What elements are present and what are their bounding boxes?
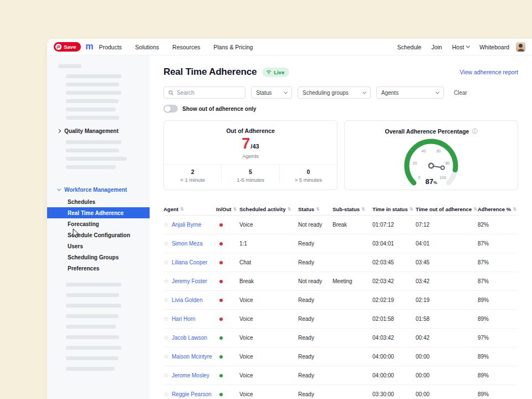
sidebar-item-forecasting[interactable]: Forecasting [47, 218, 150, 229]
column-header-time-out-of-adherence[interactable]: Time out of adherence⇅ [416, 206, 478, 212]
in-out-dot [219, 336, 223, 340]
chevron-right-icon [57, 129, 61, 133]
table-row: ☆Livia GoldenVoiceReady02:02:1902:1989% [163, 291, 518, 310]
sidebar-item-quality-management[interactable]: Quality Management [47, 128, 150, 134]
star-icon[interactable]: ☆ [163, 240, 169, 247]
agent-cell: ☆Anjali Byrne [163, 221, 216, 228]
sidebar-item-schedule-configuration[interactable]: Schedule Configuration [47, 229, 150, 241]
column-header-label: In/Out [216, 206, 231, 212]
scheduled-activity-cell: 1:1 [239, 241, 298, 247]
breakdown-value: 2 [164, 168, 221, 175]
show-out-of-adherence-toggle[interactable] [163, 105, 178, 112]
star-icon[interactable]: ☆ [163, 315, 169, 323]
star-icon[interactable]: ☆ [163, 391, 169, 398]
sort-icon: ⇅ [473, 207, 477, 212]
agent-link[interactable]: Anjali Byrne [172, 222, 201, 228]
sidebar-item-schedules[interactable]: Schedules [47, 196, 150, 207]
nav-item-schedule[interactable]: Schedule [397, 44, 422, 50]
skeleton-bar [66, 99, 119, 103]
gauge-needle [428, 163, 444, 170]
status-dropdown[interactable]: Status [251, 86, 292, 99]
agent-link[interactable]: Liliana Cooper [172, 259, 208, 265]
agent-link[interactable]: Jerome Mosley [172, 372, 209, 378]
table-body: ☆Anjali ByrneVoiceNot readyBreak01:07:12… [163, 216, 518, 399]
star-icon[interactable]: ☆ [163, 278, 169, 285]
column-header-status[interactable]: Status⇅ [298, 206, 332, 212]
status-cell: Ready [298, 391, 332, 397]
agent-link[interactable]: Jeremy Foster [172, 278, 207, 284]
agent-link[interactable]: Jacob Lawson [172, 335, 207, 341]
sidebar-item-workforce-management[interactable]: Workforce Management [47, 187, 150, 193]
star-icon[interactable]: ☆ [163, 334, 169, 341]
in-out-dot [219, 374, 223, 377]
agent-link[interactable]: Reggie Pearson [172, 391, 212, 397]
time-in-status-cell: 01:07:12 [372, 222, 416, 228]
column-header-sub-status[interactable]: Sub-status⇅ [332, 206, 372, 212]
info-icon[interactable]: ⓘ [472, 127, 477, 135]
star-icon[interactable]: ☆ [163, 372, 169, 379]
column-header-time-in-status[interactable]: Time in status⇅ [372, 206, 416, 212]
status-cell: Not ready [298, 278, 332, 284]
nav-item-whiteboard[interactable]: Whiteboard [479, 44, 509, 50]
star-icon[interactable]: ☆ [163, 353, 169, 360]
agent-link[interactable]: Hari Horn [172, 316, 196, 322]
nav-item-resources[interactable]: Resources [172, 44, 200, 50]
nav-item-solutions[interactable]: Solutions [135, 44, 159, 50]
summary-cards: Out of Adherence 7/43 Agents 2< 1 minute… [163, 120, 518, 190]
sidebar-item-scheduling-groups[interactable]: Scheduling Groups [47, 252, 150, 263]
column-header-scheduled-activity[interactable]: Scheduled activity⇅ [239, 206, 298, 212]
breakdown-item: 0> 5 minutes [279, 165, 337, 183]
star-icon[interactable]: ☆ [163, 221, 169, 228]
pinterest-save-button[interactable]: P Save [54, 42, 81, 52]
agent-link[interactable]: Maison Mcintyre [172, 354, 212, 360]
workforce-management-items: SchedulesReal Time AdherenceForecastingS… [47, 196, 150, 274]
time-out-of-adherence-cell: 02:19 [416, 297, 478, 303]
agent-link[interactable]: Simon Meza [172, 241, 203, 247]
view-adherence-report-link[interactable]: View adherence report [460, 69, 518, 75]
scheduling-groups-dropdown[interactable]: Scheduling groups [298, 86, 371, 99]
search-input[interactable]: Search [163, 86, 245, 99]
adherence-cell: 82% [478, 222, 518, 228]
adherence-cell: 87% [478, 259, 518, 265]
chevron-down-icon [284, 90, 288, 94]
status-cell: Ready [298, 259, 332, 265]
sort-icon: ⇅ [513, 207, 516, 212]
agent-cell: ☆Jeremy Foster [163, 278, 216, 285]
star-icon[interactable]: ☆ [163, 296, 169, 304]
time-out-of-adherence-cell: 00:42 [416, 335, 478, 341]
agent-cell: ☆Maison Mcintyre [163, 353, 216, 360]
column-header-agent[interactable]: Agent⇅ [163, 206, 216, 212]
nav-item-products[interactable]: Products [99, 44, 121, 50]
avatar[interactable] [516, 42, 525, 52]
table-header: Agent⇅In/Out⇅Scheduled activity⇅Status⇅S… [163, 203, 518, 216]
nav-item-join[interactable]: Join [431, 44, 442, 50]
skeleton-bar [66, 356, 119, 360]
sidebar-item-real-time-adherence[interactable]: Real Time Adherence [47, 207, 150, 218]
overall-adherence-card: Overall Adherence Percentage ⓘ 020406080… [344, 120, 518, 190]
skeleton-group-mid [47, 140, 150, 169]
skeleton-bar [58, 64, 81, 68]
column-header-label: Time out of adherence [416, 206, 472, 212]
star-icon[interactable]: ☆ [163, 259, 169, 266]
avatar-body [518, 49, 524, 52]
nav-item-plans-pricing[interactable]: Plans & Pricing [213, 44, 253, 50]
agent-link[interactable]: Livia Golden [172, 297, 203, 303]
miro-logo[interactable]: m [85, 42, 93, 51]
sidebar-item-preferences[interactable]: Preferences [47, 263, 150, 274]
agents-dropdown[interactable]: Agents [376, 86, 444, 99]
skeleton-bar [66, 108, 116, 111]
column-header-in-out[interactable]: In/Out⇅ [216, 206, 239, 212]
topnav-left-items: ProductsSolutionsResourcesPlans & Pricin… [99, 44, 253, 50]
sidebar-item-users[interactable]: Users [47, 241, 150, 252]
status-cell: Ready [298, 354, 332, 360]
nav-item-host[interactable]: Host [452, 44, 470, 50]
agent-cell: ☆Jacob Lawson [163, 334, 216, 341]
column-header-adherence[interactable]: Adherence %⇅ [478, 206, 518, 212]
clear-filters-button[interactable]: Clear [454, 90, 467, 96]
breakdown-label: > 5 minutes [280, 177, 337, 183]
sort-icon: ⇅ [361, 207, 365, 212]
time-in-status-cell: 02:02:19 [372, 297, 416, 303]
live-badge: Live [262, 68, 289, 77]
dropdown-label: Agents [381, 90, 398, 96]
adherence-cell: 89% [478, 372, 518, 378]
